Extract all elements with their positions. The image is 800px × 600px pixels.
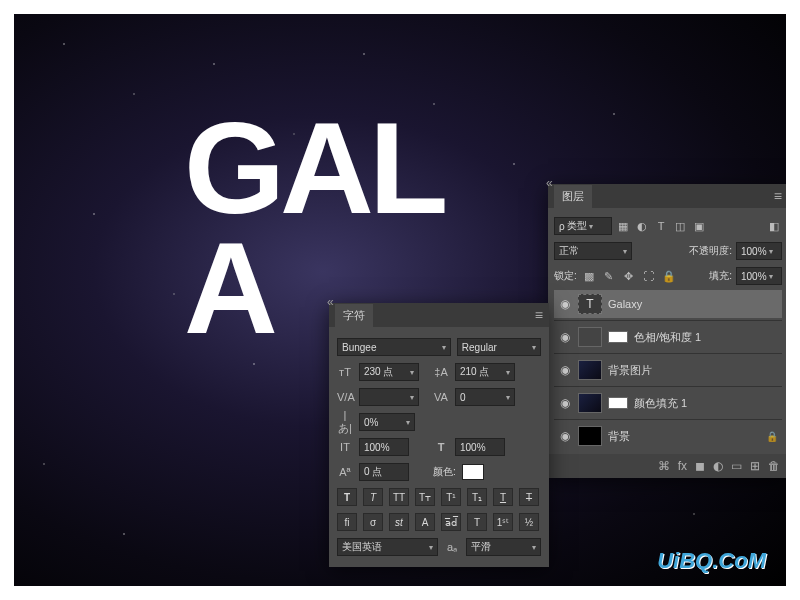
- height-input[interactable]: 0%▾: [359, 413, 415, 431]
- layer-thumb-bg: [578, 426, 602, 446]
- half-button[interactable]: ½: [519, 513, 539, 531]
- kerning-icon: V/A: [337, 391, 353, 403]
- filter-type-icon[interactable]: T: [653, 218, 669, 234]
- opacity-input[interactable]: 100%▾: [736, 242, 782, 260]
- subscript-button[interactable]: T₁: [467, 488, 487, 506]
- panel-menu-icon[interactable]: ≡: [774, 188, 782, 204]
- layer-item-background[interactable]: ◉ 背景 🔒: [554, 422, 782, 450]
- panel-collapse-icon[interactable]: «: [327, 295, 334, 309]
- layer-name: Galaxy: [608, 298, 778, 310]
- visibility-icon[interactable]: ◉: [558, 297, 572, 311]
- font-size-input[interactable]: 230 点▾: [359, 363, 419, 381]
- lock-artboard-icon[interactable]: ⛶: [641, 268, 657, 284]
- layer-item-bgimg[interactable]: ◉ 背景图片: [554, 356, 782, 384]
- lock-fill-row: 锁定: ▩ ✎ ✥ ⛶ 🔒 填充: 100%▾: [554, 265, 782, 287]
- font-family-select[interactable]: Bungee▾: [337, 338, 451, 356]
- blend-opacity-row: 正常▾ 不透明度: 100%▾: [554, 240, 782, 262]
- layers-panel-body: ρ类型▾ ▦ ◐ T ◫ ▣ ◧ 正常▾ 不透明度: 100%▾ 锁定: ▩ ✎…: [548, 208, 786, 454]
- layers-panel-header[interactable]: « 图层 ≡: [548, 184, 786, 208]
- layers-tab[interactable]: 图层: [554, 185, 592, 208]
- blend-mode-select[interactable]: 正常▾: [554, 242, 632, 260]
- baseline-input[interactable]: 0 点: [359, 463, 409, 481]
- vscale-icon: IT: [337, 441, 353, 453]
- size-icon: тT: [337, 366, 353, 378]
- layers-panel[interactable]: « 图层 ≡ ρ类型▾ ▦ ◐ T ◫ ▣ ◧ 正常▾ 不透明度: 100%▾ …: [548, 184, 786, 478]
- text-line-1: GAL: [184, 109, 443, 229]
- layer-name: 背景: [608, 429, 760, 444]
- link-icon[interactable]: ⌘: [658, 459, 670, 473]
- watermark: UiBQ.CoM: [657, 548, 766, 574]
- fill-input[interactable]: 100%▾: [736, 267, 782, 285]
- filter-type-select[interactable]: ρ类型▾: [554, 217, 612, 235]
- filter-adjust-icon[interactable]: ◐: [634, 218, 650, 234]
- character-panel-header[interactable]: « 字符 ≡: [329, 303, 549, 327]
- strike-button[interactable]: T: [519, 488, 539, 506]
- antialias-select[interactable]: 平滑▾: [466, 538, 541, 556]
- visibility-icon[interactable]: ◉: [558, 363, 572, 377]
- style-buttons-row-1: T T TT Tᴛ T¹ T₁ T T: [337, 486, 541, 508]
- titling-button[interactable]: A: [415, 513, 435, 531]
- adjustment-icon[interactable]: ◐: [713, 459, 723, 473]
- group-icon[interactable]: ▭: [731, 459, 742, 473]
- lock-icon: 🔒: [766, 431, 778, 442]
- tracking-input[interactable]: 0▾: [455, 388, 515, 406]
- layer-thumb-fill: [578, 393, 602, 413]
- underline-button[interactable]: T: [493, 488, 513, 506]
- 1st-button[interactable]: 1ˢᵗ: [493, 513, 513, 531]
- trash-icon[interactable]: 🗑: [768, 459, 780, 473]
- layer-item-colorfill[interactable]: ◉ 颜色填充 1: [554, 389, 782, 417]
- color-swatch[interactable]: [462, 464, 484, 480]
- lock-position-icon[interactable]: ✥: [621, 268, 637, 284]
- tracking-icon: VA: [433, 391, 449, 403]
- swash-button[interactable]: σ: [363, 513, 383, 531]
- smallcaps-button[interactable]: Tᴛ: [415, 488, 435, 506]
- italic-button[interactable]: T: [363, 488, 383, 506]
- visibility-icon[interactable]: ◉: [558, 330, 572, 344]
- lock-pixels-icon[interactable]: ▩: [581, 268, 597, 284]
- mask-icon[interactable]: ◼: [695, 459, 705, 473]
- filter-toggle-icon[interactable]: ◧: [766, 218, 782, 234]
- character-tab[interactable]: 字符: [335, 304, 373, 327]
- hscale-input[interactable]: 100%: [455, 438, 505, 456]
- fractions-button[interactable]: T: [467, 513, 487, 531]
- new-layer-icon[interactable]: ⊞: [750, 459, 760, 473]
- allcaps-button[interactable]: TT: [389, 488, 409, 506]
- superscript-button[interactable]: T¹: [441, 488, 461, 506]
- height-icon: |あ|: [337, 409, 353, 436]
- lock-brush-icon[interactable]: ✎: [601, 268, 617, 284]
- visibility-icon[interactable]: ◉: [558, 429, 572, 443]
- layer-mask-thumb: [608, 331, 628, 343]
- layer-thumb-type: T: [578, 294, 602, 314]
- bold-button[interactable]: T: [337, 488, 357, 506]
- aa-icon: aₐ: [444, 541, 460, 554]
- blend-mode-label: 正常: [559, 244, 579, 258]
- hscale-icon: T: [433, 441, 449, 453]
- fx-icon[interactable]: fx: [678, 459, 687, 473]
- font-style-select[interactable]: Regular▾: [457, 338, 541, 356]
- visibility-icon[interactable]: ◉: [558, 396, 572, 410]
- lock-all-icon[interactable]: 🔒: [661, 268, 677, 284]
- ligatures-button[interactable]: fi: [337, 513, 357, 531]
- panel-menu-icon[interactable]: ≡: [535, 307, 543, 323]
- kerning-input[interactable]: ▾: [359, 388, 419, 406]
- panel-collapse-icon[interactable]: «: [546, 176, 553, 190]
- ordinals-button[interactable]: a̅d̅: [441, 513, 461, 531]
- baseline-icon: Aª: [337, 466, 353, 478]
- color-label: 颜色:: [433, 465, 456, 479]
- canvas-area: GAL A « 图层 ≡ ρ类型▾ ▦ ◐ T ◫ ▣ ◧ 正常▾ 不透明度: …: [14, 14, 786, 586]
- layer-item-hue[interactable]: ◉ 色相/饱和度 1: [554, 323, 782, 351]
- stylistic-button[interactable]: st: [389, 513, 409, 531]
- layer-thumb-adj: [578, 327, 602, 347]
- vscale-input[interactable]: 100%: [359, 438, 409, 456]
- layers-footer: ⌘ fx ◼ ◐ ▭ ⊞ 🗑: [548, 454, 786, 478]
- language-select[interactable]: 美国英语▾: [337, 538, 438, 556]
- leading-icon: ‡A: [433, 366, 449, 378]
- leading-input[interactable]: 210 点▾: [455, 363, 515, 381]
- character-panel[interactable]: « 字符 ≡ Bungee▾ Regular▾ тT 230 点▾ ‡A 210…: [329, 303, 549, 567]
- opacity-label: 不透明度:: [689, 244, 732, 258]
- filter-shape-icon[interactable]: ◫: [672, 218, 688, 234]
- layer-name: 颜色填充 1: [634, 396, 778, 411]
- filter-pixel-icon[interactable]: ▦: [615, 218, 631, 234]
- filter-smart-icon[interactable]: ▣: [691, 218, 707, 234]
- layer-item-galaxy[interactable]: ◉ T Galaxy: [554, 290, 782, 318]
